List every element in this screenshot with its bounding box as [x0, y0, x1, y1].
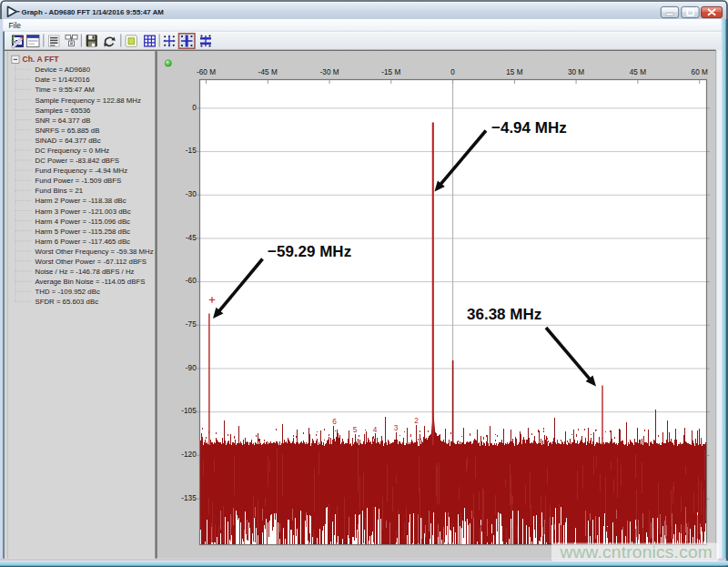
svg-text:-15: -15 [186, 146, 197, 155]
svg-text:Fund Bins = 21: Fund Bins = 21 [35, 187, 84, 195]
svg-text:Samples = 65536: Samples = 65536 [35, 106, 91, 115]
svg-text:SNR = 64.377 dB: SNR = 64.377 dB [35, 116, 91, 125]
svg-text:-90: -90 [186, 363, 197, 372]
svg-text:Sample Frequency = 122.88 MHz: Sample Frequency = 122.88 MHz [35, 96, 141, 105]
svg-text:−4.94 MHz: −4.94 MHz [491, 119, 567, 137]
svg-text:3: 3 [394, 423, 399, 432]
svg-text:-45 M: -45 M [258, 68, 278, 76]
svg-text:Harm 5 Power = -115.258 dBc: Harm 5 Power = -115.258 dBc [35, 228, 131, 236]
svg-text:-135: -135 [181, 493, 197, 502]
svg-text:30 M: 30 M [568, 68, 584, 76]
svg-text:Harm 3 Power = -121.003 dBc: Harm 3 Power = -121.003 dBc [35, 208, 131, 216]
svg-text:DC Power = -83.842 dBFS: DC Power = -83.842 dBFS [35, 157, 120, 165]
svg-text:Device = AD9680: Device = AD9680 [35, 66, 91, 74]
svg-text:Time = 9:55:47 AM: Time = 9:55:47 AM [35, 86, 95, 94]
svg-text:SINAD = 64.377 dBc: SINAD = 64.377 dBc [35, 137, 101, 145]
svg-text:www.cntronics.com: www.cntronics.com [559, 542, 713, 562]
svg-text:4: 4 [373, 425, 378, 434]
svg-text:SNRFS = 65.885 dB: SNRFS = 65.885 dB [35, 127, 100, 135]
svg-text:Date = 1/14/2016: Date = 1/14/2016 [35, 76, 90, 84]
svg-text:-30 M: -30 M [320, 68, 339, 76]
svg-text:2: 2 [414, 416, 419, 425]
svg-text:Fund Power = -1.509 dBFS: Fund Power = -1.509 dBFS [35, 177, 122, 185]
svg-text:Harm 4 Power = -115.096 dBc: Harm 4 Power = -115.096 dBc [35, 218, 131, 226]
svg-text:-60 M: -60 M [197, 68, 216, 76]
svg-text:SFDR = 65.603 dBc: SFDR = 65.603 dBc [35, 298, 99, 306]
svg-text:60 M: 60 M [692, 68, 708, 76]
svg-text:Worst Other Frequency = -59.38: Worst Other Frequency = -59.38 MHz [35, 248, 154, 256]
svg-text:Graph - AD9680 FFT 1/14/2016 9: Graph - AD9680 FFT 1/14/2016 9:55:47 AM [22, 8, 165, 16]
svg-text:5: 5 [353, 425, 358, 434]
svg-text:Harm 6 Power = -117.465 dBc: Harm 6 Power = -117.465 dBc [35, 238, 131, 246]
svg-text:15 M: 15 M [506, 68, 522, 76]
svg-text:6: 6 [332, 417, 337, 426]
svg-text:-120: -120 [181, 450, 197, 459]
svg-text:File: File [9, 21, 22, 30]
svg-text:36.38 MHz: 36.38 MHz [467, 306, 541, 323]
svg-text:DC Frequency = 0 MHz: DC Frequency = 0 MHz [35, 147, 110, 155]
svg-text:-105: -105 [181, 406, 197, 415]
svg-text:Worst Other Power = -67.112 dB: Worst Other Power = -67.112 dBFS [35, 258, 147, 266]
svg-text:Harm 2 Power = -118.38 dBc: Harm 2 Power = -118.38 dBc [35, 197, 126, 205]
svg-text:0: 0 [192, 103, 197, 112]
svg-text:Noise / Hz = -146.78 dBFS / Hz: Noise / Hz = -146.78 dBFS / Hz [35, 268, 135, 276]
svg-text:-45: -45 [186, 233, 197, 242]
svg-text:-75: -75 [186, 319, 197, 329]
svg-text:THD = -109.952 dBc: THD = -109.952 dBc [35, 288, 100, 296]
svg-text:-60: -60 [186, 276, 197, 285]
svg-text:45 M: 45 M [630, 68, 646, 76]
svg-text:-15 M: -15 M [381, 68, 400, 76]
svg-text:Fund Frequency = -4.94 MHz: Fund Frequency = -4.94 MHz [35, 167, 128, 175]
svg-text:0: 0 [450, 68, 455, 76]
svg-text:-30: -30 [186, 189, 197, 198]
svg-text:Ch. A FFT: Ch. A FFT [23, 55, 60, 64]
svg-text:Average Bin Noise = -114.05 dB: Average Bin Noise = -114.05 dBFS [35, 278, 146, 286]
svg-text:−59.29 MHz: −59.29 MHz [268, 243, 351, 260]
